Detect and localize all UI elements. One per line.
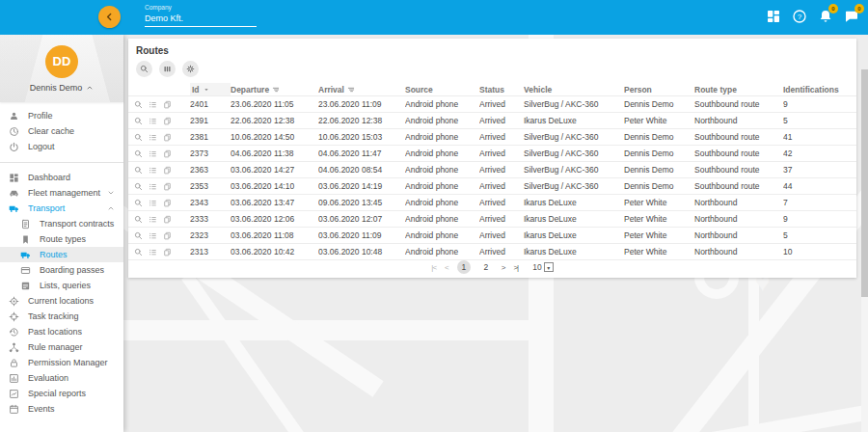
- chat-icon[interactable]: 0: [844, 9, 859, 24]
- table-row[interactable]: 231303.06.2020 10:4203.06.2020 10:48Andr…: [128, 243, 856, 259]
- sidebar-item-fleet-management[interactable]: Fleet management: [0, 185, 123, 201]
- list-icon[interactable]: [149, 215, 157, 224]
- column-header-status[interactable]: Status: [479, 83, 524, 95]
- sidebar-item-current-locations[interactable]: Current locations: [0, 293, 123, 309]
- row-actions: [128, 215, 190, 224]
- search-icon[interactable]: [134, 166, 143, 175]
- search-icon[interactable]: [134, 199, 143, 207]
- list-icon[interactable]: [149, 100, 157, 109]
- list-icon[interactable]: [149, 199, 157, 207]
- sidebar-item-logout[interactable]: Logout: [0, 139, 123, 154]
- search-button[interactable]: [136, 61, 152, 77]
- user-block[interactable]: DD Dennis Demo: [0, 35, 123, 102]
- table-row[interactable]: 240123.06.2020 11:0523.06.2020 11:09Andr…: [128, 95, 856, 112]
- table-row[interactable]: 235303.06.2020 14:1003.06.2020 14:19Andr…: [128, 177, 856, 194]
- company-field[interactable]: Company Demo Kft.: [145, 4, 257, 27]
- search-icon[interactable]: [134, 231, 143, 240]
- sidebar-item-task-tracking[interactable]: Task tracking: [0, 309, 123, 324]
- avatar[interactable]: DD: [45, 45, 78, 78]
- sidebar-item-route-types[interactable]: Route types: [0, 231, 123, 247]
- sidebar-item-label: Transport contracts: [40, 219, 114, 229]
- page-size-selector[interactable]: 10▾: [532, 262, 553, 272]
- sidebar-item-transport-contracts[interactable]: Transport contracts: [0, 216, 123, 231]
- copy-icon[interactable]: [163, 133, 172, 142]
- search-icon[interactable]: [134, 215, 143, 224]
- page-size-dropdown-icon[interactable]: ▾: [544, 262, 554, 272]
- sidebar-item-boarding-passes[interactable]: Boarding passes: [0, 262, 123, 278]
- copy-icon[interactable]: [163, 117, 172, 125]
- table-row[interactable]: 236303.06.2020 14:2704.06.2020 08:54Andr…: [128, 161, 856, 177]
- apps-grid-icon[interactable]: [766, 9, 781, 24]
- search-icon[interactable]: [134, 133, 143, 142]
- user-name-row[interactable]: Dennis Demo: [30, 83, 95, 93]
- company-value[interactable]: Demo Kft.: [145, 14, 257, 27]
- sidebar-item-special-reports[interactable]: Special reports: [0, 386, 123, 401]
- column-header-source[interactable]: Source: [405, 83, 479, 95]
- account-menu: ProfileClear cacheLogout: [0, 102, 123, 158]
- sidebar-item-rule-manager[interactable]: Rule manager: [0, 339, 123, 355]
- copy-icon[interactable]: [163, 199, 172, 207]
- sidebar-item-clear-cache[interactable]: Clear cache: [0, 123, 123, 139]
- sidebar-item-events[interactable]: Events: [0, 401, 123, 417]
- column-header-identifications[interactable]: Identifications: [783, 83, 856, 95]
- column-header-route-type[interactable]: Route type: [694, 83, 783, 95]
- search-icon[interactable]: [134, 100, 143, 109]
- row-actions: [128, 117, 190, 125]
- copy-icon[interactable]: [163, 215, 172, 224]
- list-icon[interactable]: [149, 182, 157, 191]
- list-icon[interactable]: [149, 133, 157, 142]
- sidebar-item-profile[interactable]: Profile: [0, 108, 123, 123]
- sidebar-item-evaluation[interactable]: Evaluation: [0, 370, 123, 386]
- search-icon[interactable]: [134, 182, 143, 191]
- sidebar-item-label: Fleet management: [28, 188, 100, 198]
- pagination-page-2[interactable]: 2: [479, 260, 493, 274]
- help-icon[interactable]: ?: [792, 9, 807, 24]
- table-row[interactable]: 238110.06.2020 14:5010.06.2020 15:03Andr…: [128, 128, 856, 145]
- scrollbar-thumb[interactable]: [861, 69, 868, 297]
- pagination-first-button[interactable]: |<: [431, 263, 436, 272]
- copy-icon[interactable]: [163, 166, 172, 175]
- pagination-page-1[interactable]: 1: [457, 260, 471, 274]
- sidebar-item-permission-manager[interactable]: Permission Manager: [0, 355, 123, 370]
- pagination-prev-button[interactable]: <: [445, 263, 448, 272]
- sidebar-item-past-locations[interactable]: Past locations: [0, 324, 123, 339]
- column-header-arrival[interactable]: Arrival: [318, 83, 405, 95]
- pagination-last-button[interactable]: >|: [513, 263, 518, 272]
- sidebar-item-routes[interactable]: Routes: [0, 247, 123, 262]
- sidebar-item-label: Profile: [28, 111, 53, 121]
- sidebar-item-transport[interactable]: Transport: [0, 201, 123, 216]
- copy-icon[interactable]: [163, 149, 172, 158]
- bookmark-icon: [20, 234, 31, 245]
- column-header-departure[interactable]: Departure: [231, 83, 318, 95]
- vertical-scrollbar[interactable]: [861, 69, 868, 432]
- list-icon[interactable]: [149, 231, 157, 240]
- table-row[interactable]: 232303.06.2020 11:0803.06.2020 11:09Andr…: [128, 227, 856, 243]
- sidebar-item-lists-queries[interactable]: Lists, queries: [0, 278, 123, 293]
- gear-button[interactable]: [182, 61, 199, 77]
- list-icon[interactable]: [149, 149, 157, 158]
- sidebar-collapse-button[interactable]: [98, 6, 121, 28]
- table-row[interactable]: 239122.06.2020 12:3822.06.2020 12:38Andr…: [128, 112, 856, 128]
- table-row[interactable]: 234303.06.2020 13:4709.06.2020 13:45Andr…: [128, 194, 856, 210]
- column-header-person[interactable]: Person: [624, 83, 694, 95]
- cell-identifications: 5: [783, 116, 856, 125]
- list-icon[interactable]: [149, 117, 157, 125]
- pagination-next-button[interactable]: >: [502, 263, 505, 272]
- search-icon[interactable]: [134, 149, 143, 158]
- list-icon[interactable]: [149, 166, 157, 175]
- bell-icon[interactable]: 0: [818, 9, 833, 24]
- copy-icon[interactable]: [163, 248, 172, 256]
- copy-icon[interactable]: [163, 182, 172, 191]
- copy-icon[interactable]: [163, 231, 172, 240]
- column-header-id[interactable]: Id: [190, 83, 231, 95]
- search-icon[interactable]: [134, 248, 143, 256]
- columns-button[interactable]: [159, 61, 176, 77]
- list-icon[interactable]: [149, 248, 157, 256]
- search-icon[interactable]: [134, 117, 143, 125]
- copy-icon[interactable]: [163, 100, 172, 109]
- table-row[interactable]: 233303.06.2020 12:0603.06.2020 12:07Andr…: [128, 210, 856, 227]
- sidebar-item-dashboard[interactable]: Dashboard: [0, 170, 123, 185]
- column-header-vehicle[interactable]: Vehicle: [524, 83, 624, 95]
- cell-departure: 03.06.2020 13:47: [231, 198, 318, 207]
- table-row[interactable]: 237304.06.2020 11:3804.06.2020 11:47Andr…: [128, 145, 856, 161]
